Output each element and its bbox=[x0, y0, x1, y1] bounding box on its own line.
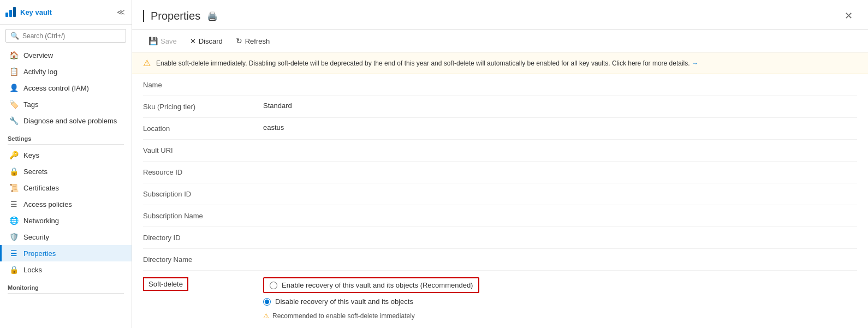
discard-button[interactable]: ✕ Discard bbox=[185, 35, 228, 47]
soft-delete-disable-radio[interactable] bbox=[263, 298, 271, 306]
soft-delete-disable-option[interactable]: Disable recovery of this vault and its o… bbox=[263, 297, 479, 306]
prop-directory-name-label: Directory Name bbox=[143, 254, 263, 264]
sidebar-item-access-control[interactable]: 👤 Access control (IAM) bbox=[0, 80, 132, 96]
secrets-icon: 🔒 bbox=[9, 167, 18, 176]
prop-sku-value: Standard bbox=[263, 102, 292, 110]
sidebar-item-properties[interactable]: ☰ Properties bbox=[0, 245, 132, 261]
soft-delete-disable-label: Disable recovery of this vault and its o… bbox=[275, 297, 413, 306]
sidebar-item-label: Certificates bbox=[23, 184, 59, 192]
alert-banner: ⚠ Enable soft-delete immediately. Disabl… bbox=[132, 52, 868, 74]
sidebar-item-label: Access control (IAM) bbox=[23, 84, 89, 92]
print-icon[interactable]: 🖨️ bbox=[207, 11, 218, 21]
activity-log-icon: 📋 bbox=[9, 67, 18, 76]
sidebar: Key vault ≪ 🔍 🏠 Overview 📋 Activity log … bbox=[0, 0, 132, 328]
alert-link[interactable]: → bbox=[692, 59, 698, 67]
prop-subscription-id-label: Subscription ID bbox=[143, 189, 263, 198]
alert-text: Enable soft-delete immediately. Disablin… bbox=[156, 59, 698, 67]
sidebar-item-label: Secrets bbox=[23, 168, 47, 176]
sidebar-item-networking[interactable]: 🌐 Networking bbox=[0, 212, 132, 229]
prop-sku-label: Sku (Pricing tier) bbox=[143, 102, 263, 111]
sidebar-item-certificates[interactable]: 📜 Certificates bbox=[0, 180, 132, 196]
prop-name-label: Name bbox=[143, 80, 263, 89]
prop-subscription-id-row: Subscription ID bbox=[143, 183, 857, 205]
logo-bar-3 bbox=[13, 7, 16, 17]
prop-vault-uri-label: Vault URI bbox=[143, 145, 263, 154]
sidebar-item-label: Keys bbox=[23, 151, 39, 159]
sidebar-item-label: Activity log bbox=[23, 68, 57, 76]
refresh-button[interactable]: ↻ Refresh bbox=[230, 34, 276, 47]
properties-content: Name Sku (Pricing tier) Standard Locatio… bbox=[132, 74, 868, 328]
soft-delete-enable-option[interactable]: Enable recovery of this vault and its ob… bbox=[263, 277, 479, 293]
logo-bar-2 bbox=[9, 10, 12, 17]
warning-icon: ⚠ bbox=[263, 312, 269, 320]
page-title-container: Properties bbox=[143, 10, 200, 22]
page-header: Properties 🖨️ ✕ bbox=[132, 0, 868, 30]
soft-delete-warning: ⚠ Recommended to enable soft-delete imme… bbox=[263, 312, 479, 320]
sidebar-item-activity-log[interactable]: 📋 Activity log bbox=[0, 63, 132, 80]
prop-subscription-name-label: Subscription Name bbox=[143, 211, 263, 220]
search-input[interactable] bbox=[22, 32, 121, 40]
overview-icon: 🏠 bbox=[9, 51, 18, 59]
sidebar-item-label: Locks bbox=[23, 266, 42, 274]
access-policies-icon: ☰ bbox=[9, 200, 18, 208]
sidebar-item-overview[interactable]: 🏠 Overview bbox=[0, 47, 132, 63]
sidebar-item-locks[interactable]: 🔒 Locks bbox=[0, 261, 132, 278]
save-label: Save bbox=[160, 37, 177, 45]
keys-icon: 🔑 bbox=[9, 151, 18, 159]
access-control-icon: 👤 bbox=[9, 84, 18, 92]
alert-icon: ⚠ bbox=[143, 58, 151, 68]
sidebar-item-security[interactable]: 🛡️ Security bbox=[0, 229, 132, 245]
sidebar-item-label: Networking bbox=[23, 217, 59, 225]
settings-section-label: Settings bbox=[0, 129, 132, 144]
logo-bar-1 bbox=[5, 13, 8, 17]
soft-delete-label-box: Soft-delete bbox=[143, 277, 263, 291]
page-title: Properties bbox=[151, 10, 200, 22]
sidebar-item-tags[interactable]: 🏷️ Tags bbox=[0, 96, 132, 112]
sidebar-item-diagnose[interactable]: 🔧 Diagnose and solve problems bbox=[0, 112, 132, 129]
prop-sku-row: Sku (Pricing tier) Standard bbox=[143, 96, 857, 118]
refresh-label: Refresh bbox=[245, 37, 270, 45]
soft-delete-row: Soft-delete Enable recovery of this vaul… bbox=[143, 271, 857, 326]
toolbar: 💾 Save ✕ Discard ↻ Refresh bbox=[132, 30, 868, 52]
sidebar-item-secrets[interactable]: 🔒 Secrets bbox=[0, 163, 132, 180]
prop-name-row: Name bbox=[143, 74, 857, 96]
sidebar-item-keys[interactable]: 🔑 Keys bbox=[0, 147, 132, 163]
sidebar-item-label: Overview bbox=[23, 51, 53, 59]
close-button[interactable]: ✕ bbox=[840, 8, 857, 24]
prop-directory-id-label: Directory ID bbox=[143, 232, 263, 242]
discard-icon: ✕ bbox=[190, 37, 196, 45]
sidebar-nav: 🏠 Overview 📋 Activity log 👤 Access contr… bbox=[0, 47, 132, 328]
soft-delete-enable-label: Enable recovery of this vault and its ob… bbox=[282, 281, 473, 289]
sidebar-item-label: Access policies bbox=[23, 200, 72, 208]
sidebar-item-access-policies[interactable]: ☰ Access policies bbox=[0, 196, 132, 212]
app-name: Key vault bbox=[20, 8, 52, 16]
properties-icon: ☰ bbox=[9, 249, 18, 258]
monitoring-divider bbox=[8, 293, 124, 294]
certificates-icon: 📜 bbox=[9, 183, 18, 192]
sidebar-logo: Key vault bbox=[5, 7, 52, 17]
sidebar-item-label: Tags bbox=[23, 100, 38, 109]
sidebar-header: Key vault ≪ bbox=[0, 0, 132, 25]
prop-directory-id-row: Directory ID bbox=[143, 227, 857, 249]
save-button[interactable]: 💾 Save bbox=[143, 34, 182, 47]
collapse-button[interactable]: ≪ bbox=[115, 7, 126, 17]
prop-directory-name-row: Directory Name bbox=[143, 249, 857, 271]
search-icon: 🔍 bbox=[10, 32, 19, 40]
save-icon: 💾 bbox=[148, 37, 158, 45]
sidebar-item-label: Properties bbox=[23, 249, 56, 258]
prop-location-label: Location bbox=[143, 123, 263, 133]
prop-resource-id-row: Resource ID bbox=[143, 162, 857, 183]
title-separator bbox=[143, 10, 144, 22]
prop-location-row: Location eastus bbox=[143, 118, 857, 140]
prop-location-value: eastus bbox=[263, 123, 284, 132]
monitoring-section-label: Monitoring bbox=[0, 278, 132, 293]
soft-delete-label: Soft-delete bbox=[143, 277, 188, 291]
sidebar-item-label: Security bbox=[23, 233, 49, 241]
search-box[interactable]: 🔍 bbox=[5, 29, 126, 43]
main-panel: Properties 🖨️ ✕ 💾 Save ✕ Discard ↻ Refre… bbox=[132, 0, 868, 328]
soft-delete-enable-radio[interactable] bbox=[270, 282, 277, 289]
logo-icon bbox=[5, 7, 16, 17]
discard-label: Discard bbox=[199, 37, 223, 45]
security-icon: 🛡️ bbox=[9, 232, 18, 241]
diagnose-icon: 🔧 bbox=[9, 116, 18, 125]
